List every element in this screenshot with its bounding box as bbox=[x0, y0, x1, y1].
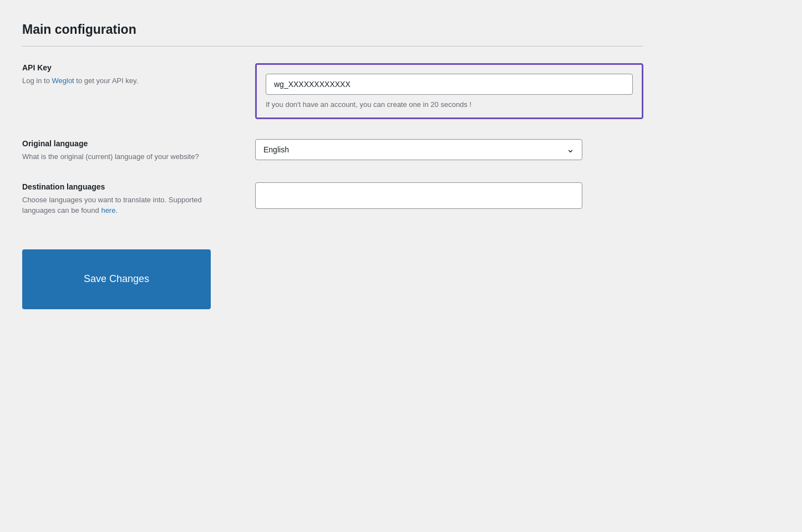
here-link[interactable]: here bbox=[101, 206, 115, 214]
api-key-control-area: If you don't have an account, you can cr… bbox=[255, 63, 643, 119]
original-language-label: Original language bbox=[22, 139, 233, 148]
api-key-section: API Key Log in to Weglot to get your API… bbox=[22, 63, 643, 119]
original-language-section: Original language What is the original (… bbox=[22, 139, 643, 162]
destination-languages-control-area bbox=[255, 182, 643, 209]
weglot-link[interactable]: Weglot bbox=[52, 76, 74, 85]
api-key-highlight-box: If you don't have an account, you can cr… bbox=[255, 63, 643, 119]
api-key-label: API Key bbox=[22, 63, 233, 72]
original-language-description: What is the original (current) language … bbox=[22, 151, 233, 162]
destination-languages-section: Destination languages Choose languages y… bbox=[22, 182, 643, 216]
section-divider bbox=[22, 46, 643, 47]
language-select-wrapper: English French Spanish German Italian Po… bbox=[255, 139, 582, 160]
destination-languages-label-area: Destination languages Choose languages y… bbox=[22, 182, 233, 216]
api-key-input[interactable] bbox=[266, 74, 633, 95]
original-language-select[interactable]: English French Spanish German Italian Po… bbox=[255, 139, 582, 160]
api-key-hint: If you don't have an account, you can cr… bbox=[266, 100, 633, 109]
original-language-control-area: English French Spanish German Italian Po… bbox=[255, 139, 643, 160]
original-language-label-area: Original language What is the original (… bbox=[22, 139, 233, 162]
destination-languages-label: Destination languages bbox=[22, 182, 233, 191]
destination-languages-description: Choose languages you want to translate i… bbox=[22, 195, 233, 216]
save-changes-button[interactable]: Save Changes bbox=[22, 249, 211, 309]
api-key-label-area: API Key Log in to Weglot to get your API… bbox=[22, 63, 233, 86]
destination-languages-input[interactable] bbox=[255, 182, 582, 209]
api-key-description: Log in to Weglot to get your API key. bbox=[22, 75, 233, 86]
page-title: Main configuration bbox=[22, 22, 643, 37]
